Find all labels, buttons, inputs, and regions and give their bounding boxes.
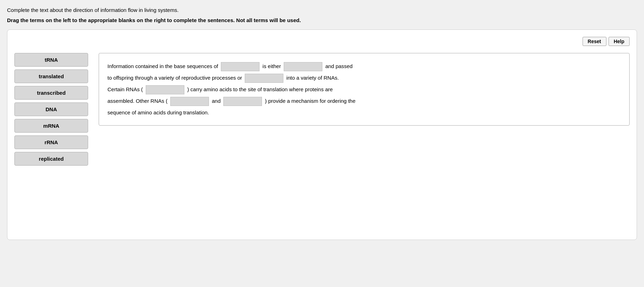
term-mRNA[interactable]: mRNA <box>14 119 88 133</box>
sentences-container: Information contained in the base sequen… <box>99 53 630 126</box>
blank-6[interactable] <box>223 97 262 106</box>
instructions: Drag the terms on the left to the approp… <box>7 17 637 23</box>
s3-part1: Certain RNAs ( <box>107 86 143 92</box>
s2-part1: to offspring through a variety of reprod… <box>107 75 242 81</box>
term-transcribed[interactable]: transcribed <box>14 86 88 100</box>
term-rRNA[interactable]: rRNA <box>14 135 88 149</box>
s1-part1: Information contained in the base sequen… <box>107 63 218 69</box>
toolbar: Reset Help <box>14 37 630 46</box>
reset-button[interactable]: Reset <box>583 37 606 46</box>
s1-part3: and passed <box>325 63 353 69</box>
s4-part1: assembled. Other RNAs ( <box>107 98 167 104</box>
term-tRNA[interactable]: tRNA <box>14 53 88 67</box>
main-container: Reset Help tRNA translated transcribed D… <box>7 29 637 240</box>
term-replicated[interactable]: replicated <box>14 152 88 166</box>
term-DNA[interactable]: DNA <box>14 102 88 116</box>
s3-part2: ) carry amino acids to the site of trans… <box>187 86 333 92</box>
s5-part1: sequence of amino acids during translati… <box>107 109 209 115</box>
blank-1[interactable] <box>221 62 259 71</box>
page-title: Complete the text about the direction of… <box>7 7 637 13</box>
terms-column: tRNA translated transcribed DNA mRNA rRN… <box>14 53 88 166</box>
blank-3[interactable] <box>245 74 283 83</box>
blank-2[interactable] <box>284 62 322 71</box>
s2-part2: into a variety of RNAs. <box>287 75 339 81</box>
s1-part2: is either <box>263 63 281 69</box>
blank-4[interactable] <box>146 85 184 94</box>
blank-5[interactable] <box>170 97 209 106</box>
s4-part3: ) provide a mechanism for ordering the <box>265 98 356 104</box>
help-button[interactable]: Help <box>609 37 630 46</box>
term-translated[interactable]: translated <box>14 69 88 83</box>
s4-part2: and <box>212 98 221 104</box>
content-area: tRNA translated transcribed DNA mRNA rRN… <box>14 53 630 166</box>
